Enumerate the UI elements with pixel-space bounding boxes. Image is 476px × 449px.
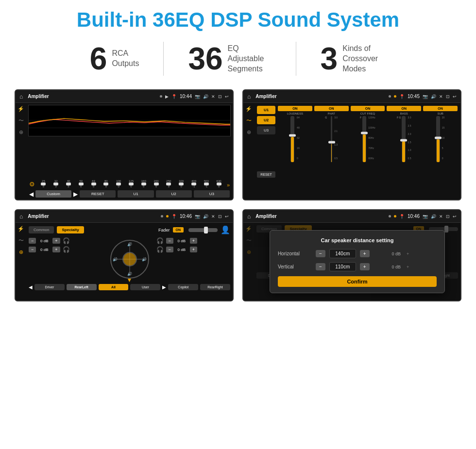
fader-inner-circle[interactable] [122,252,137,266]
phat-slider[interactable] [331,116,332,162]
fader-tab-common[interactable]: Common [29,226,54,233]
fader-tab-specialty[interactable]: Specialty [57,226,84,233]
fader-rearleft-btn[interactable]: RearLeft [67,284,97,290]
fader-right-arrow[interactable]: ▶ [162,284,166,290]
eq-wave-icon: 〜 [18,117,24,124]
stat-rca-label: RCAOutputs [112,49,139,69]
fader-copilot-btn[interactable]: Copilot [168,284,198,290]
sub-header: ON [423,106,458,111]
fader-user-btn[interactable]: User [130,284,160,290]
fader-all-btn[interactable]: All [99,284,129,290]
fader-status-dot [161,215,163,217]
cross-reset-btn[interactable]: RESET [257,171,275,178]
eq-custom-btn[interactable]: Custom [35,190,71,198]
cross-ch-cutfreq: ON CUT FREQ F [351,106,385,178]
screen-dist-topbar: ⌂ Amplifier 📍 10:46 📷 🔊 ✕ ⊡ ↩ [243,210,460,223]
fader-fr-value: 0 dB [175,239,188,243]
fader-rr-plus[interactable]: + [190,247,197,252]
eq-graph [28,105,231,136]
cross-status-dot-gold [394,95,396,98]
dist-split-icon: ⊕ [247,249,251,255]
dist-horiz-extra-label: 0 dB [392,251,401,256]
stats-row: 6 RCAOutputs 36 EQ AdjustableSegments 3 … [15,42,461,76]
dist-vert-plus[interactable]: + [360,263,370,270]
fader-ctrl-fr: 🎧 − 0 dB + [155,237,231,244]
cross-u2-btn[interactable]: U2 [257,116,275,124]
fader-rl-minus[interactable]: − [29,247,36,252]
loudness-label: LOUDNESS [287,112,303,115]
fader-down-arrow[interactable]: ▼ [127,277,133,283]
fader-rearright-btn[interactable]: RearRight [200,284,230,290]
location-icon: 📍 [171,94,177,99]
fader-home-icon: ⌂ [19,213,23,220]
sub-scale: 20151050 [442,116,445,160]
eq-col-160: 160 0 [138,180,149,188]
eq-col-630: 630 0 [213,180,224,188]
dist-vertical-row: Vertical − 110cm + 0 dB + [278,262,437,271]
dist-volume-icon: 🔊 [431,214,436,219]
stat-crossover: 3 Kinds ofCrossover Modes [296,43,411,74]
stat-eq-number: 36 [188,43,222,74]
fader-rr-minus[interactable]: − [166,247,173,252]
fader-fl-plus[interactable]: + [52,238,60,244]
fader-slider-h[interactable] [188,228,218,232]
eq-settings-icon: ⚙ [29,181,35,188]
fader-driver-btn[interactable]: Driver [34,284,65,290]
eq-col-40: 40 5 [63,180,74,188]
eq-next-btn[interactable]: ▶ [73,191,78,198]
cross-u3-btn[interactable]: U3 [257,126,275,134]
dist-filter-icon: ⚡ [245,226,252,232]
fader-inner: Common Specialty Fader ON 👤 [26,223,233,300]
fader-fl-minus[interactable]: − [29,238,36,244]
stat-rca-number: 6 [90,43,107,74]
dist-status-dot-gold [394,215,396,217]
eq-prev-btn[interactable]: ◀ [29,191,34,198]
dist-dialog-overlay: Car speaker distance setting Horizontal … [254,223,460,300]
dist-horiz-minus[interactable]: − [316,250,325,257]
dist-dialog: Car speaker distance setting Horizontal … [270,230,445,293]
fader-on-btn[interactable]: ON [173,227,184,233]
dist-confirm-btn[interactable]: Confirm [278,276,437,287]
fader-left-arrow[interactable]: ◀ [29,284,33,290]
fader-topbar-title: Amplifier [26,214,158,219]
fader-ctrl-rr: 🎧 − 0 dB + [155,246,231,253]
cross-u1-btn[interactable]: U1 [257,106,275,114]
bass-slider[interactable] [402,116,406,162]
fader-rl-plus[interactable]: + [52,247,60,252]
loudness-header: ON [278,106,312,111]
fader-left-side: − 0 dB + 🎧 − 0 dB + 🎧 [29,237,104,281]
loudness-slider[interactable] [290,116,294,162]
fader-ctrl-fl: − 0 dB + 🎧 [29,237,104,244]
eq-u1-btn[interactable]: U1 [118,190,153,198]
home-icon: ⌂ [19,93,23,100]
stat-eq: 36 EQ AdjustableSegments [164,43,295,74]
eq-u2-btn[interactable]: U2 [156,190,192,198]
loudness-scale: 644832160 [297,116,300,160]
sub-slider[interactable] [436,116,440,162]
screen-eq: ⌂ Amplifier ▶ 📍 10:44 📷 🔊 ✕ ⊡ ↩ ⚡ 〜 ⊕ [15,89,234,200]
dist-horiz-plus[interactable]: + [360,250,370,257]
eq-sidebar: ⚡ 〜 ⊕ [16,103,26,200]
dist-vert-minus[interactable]: − [316,263,325,270]
fader-fr-plus[interactable]: + [190,238,197,244]
eq-inner: ⚙ 25 0 32 [26,103,233,200]
dist-vert-extra-label: 0 dB [392,265,401,269]
eq-time: 10:44 [180,94,192,99]
fader-slider-thumb [204,227,208,233]
cross-location-icon: 📍 [399,94,405,99]
eq-u3-btn[interactable]: U3 [194,190,230,198]
fader-fr-minus[interactable]: − [166,238,173,244]
cross-sidebar: ⚡ 〜 ⊕ [243,103,254,181]
fader-camera-icon: 📷 [195,214,200,219]
cutfreq-slider[interactable] [362,116,366,162]
cutfreq-label: CUT FREQ [360,112,375,115]
eq-reset-btn[interactable]: RESET [80,190,116,198]
eq-col-25: 25 0 [38,180,49,188]
eq-scroll-right[interactable]: » [227,182,230,188]
play-icon: ▶ [165,94,169,99]
eq-curve-svg [29,105,230,136]
cutfreq-scale: 120Hz100Hz80Hz70Hz60Hz [368,116,375,160]
eq-col-80: 80 0 [101,180,112,188]
eq-col-50: 50 0 [75,180,86,188]
dist-horiz-value: 140cm [329,249,356,258]
